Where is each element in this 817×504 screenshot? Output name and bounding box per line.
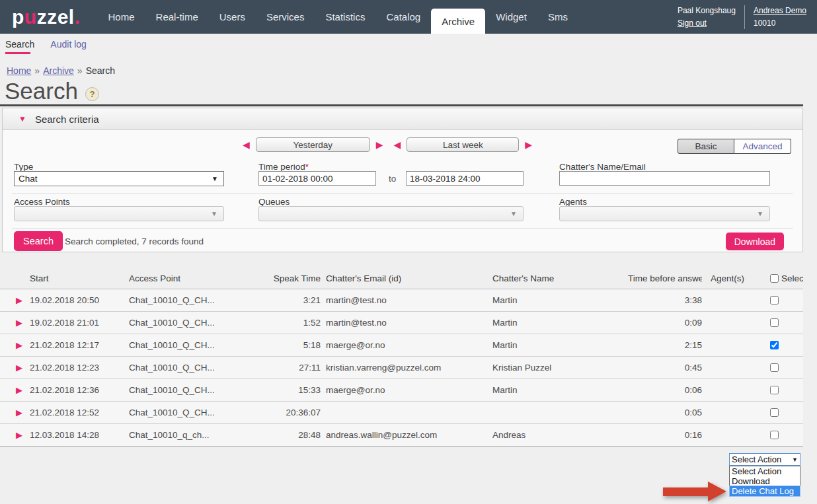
play-icon[interactable]: ▶ bbox=[16, 408, 22, 417]
select-action-menu: Select Action Download Delete Chat Log bbox=[729, 466, 800, 497]
menu-item-catalog[interactable]: Catalog bbox=[375, 0, 431, 34]
table-row: ▶ 21.02.2018 12:52 Chat_10010_Q_CH... 20… bbox=[0, 402, 803, 424]
cell-chatter-name: Kristian Puzzel bbox=[492, 363, 628, 373]
menu-item-home[interactable]: Home bbox=[98, 0, 145, 34]
cell-access-point: Chat_10010_Q_CH... bbox=[129, 295, 271, 305]
menu-item-sms[interactable]: Sms bbox=[537, 0, 578, 34]
cell-access-point: Chat_10010_Q_CH... bbox=[129, 340, 271, 350]
arrow-head bbox=[708, 482, 726, 501]
puzzel-logo[interactable]: puzzel. bbox=[12, 6, 81, 28]
menu-option-download[interactable]: Download bbox=[730, 476, 800, 486]
cell-start: 21.02.2018 12:17 bbox=[30, 340, 129, 350]
cell-start: 21.02.2018 12:36 bbox=[30, 385, 129, 395]
tab-audit-log[interactable]: Audit log bbox=[50, 39, 86, 50]
search-criteria-header[interactable]: ▼ Search criteria bbox=[3, 108, 802, 130]
header-access-point: Access Point bbox=[129, 273, 271, 283]
row-select-checkbox[interactable] bbox=[770, 408, 779, 417]
play-icon[interactable]: ▶ bbox=[16, 385, 22, 395]
row-select-checkbox[interactable] bbox=[770, 363, 779, 372]
account-name-link[interactable]: Andreas Demo bbox=[754, 5, 806, 17]
yesterday-button[interactable]: Yesterday bbox=[256, 137, 370, 152]
user-divider bbox=[744, 5, 745, 29]
menu-item-realtime[interactable]: Real-time bbox=[145, 0, 209, 34]
menu-item-archive[interactable]: Archive bbox=[431, 9, 485, 34]
cell-chatter-email: maerge@or.no bbox=[321, 340, 492, 350]
play-cell[interactable]: ▶ bbox=[0, 340, 30, 350]
breadcrumb-archive-link[interactable]: Archive bbox=[43, 65, 74, 76]
cell-chatter-email: martin@test.no bbox=[321, 318, 492, 328]
menu-item-users[interactable]: Users bbox=[209, 0, 256, 34]
select-action-dropdown[interactable]: Select Action ▼ bbox=[729, 453, 800, 466]
type-select[interactable]: Chat ▼ bbox=[14, 171, 224, 186]
play-icon[interactable]: ▶ bbox=[16, 295, 22, 305]
time-from-input[interactable] bbox=[258, 171, 376, 186]
menu-option-delete-chat-log[interactable]: Delete Chat Log bbox=[730, 486, 800, 496]
prev-week-icon[interactable]: ◀ bbox=[394, 140, 401, 149]
chevron-down-icon: ▼ bbox=[212, 175, 218, 182]
cell-speak-time: 15:33 bbox=[271, 385, 321, 395]
menu-item-widget[interactable]: Widget bbox=[485, 0, 537, 34]
menu-item-statistics[interactable]: Statistics bbox=[315, 0, 375, 34]
select-all-checkbox[interactable] bbox=[770, 274, 779, 283]
table-header-row: Start Access Point Speak Time Chatter's … bbox=[0, 268, 803, 289]
breadcrumb-home-link[interactable]: Home bbox=[7, 65, 31, 76]
logo-part: . bbox=[75, 6, 81, 28]
agents-select[interactable]: ▼ bbox=[559, 206, 770, 221]
advanced-button[interactable]: Advanced bbox=[734, 139, 791, 154]
play-cell[interactable]: ▶ bbox=[0, 363, 30, 373]
play-cell[interactable]: ▶ bbox=[0, 318, 30, 328]
tab-search[interactable]: Search bbox=[5, 39, 34, 50]
play-cell[interactable]: ▶ bbox=[0, 408, 30, 417]
chatter-input[interactable] bbox=[559, 171, 770, 186]
row-select-checkbox[interactable] bbox=[770, 296, 779, 305]
cell-select bbox=[770, 386, 803, 394]
user-block: Paal Kongshaug Sign out Andreas Demo 100… bbox=[678, 5, 806, 29]
last-week-button[interactable]: Last week bbox=[407, 137, 519, 152]
basic-button[interactable]: Basic bbox=[678, 139, 734, 154]
download-button[interactable]: Download bbox=[726, 233, 784, 250]
menu-option-select-action[interactable]: Select Action bbox=[730, 466, 800, 476]
page-title-text: Search bbox=[5, 78, 78, 104]
row-select-checkbox[interactable] bbox=[770, 386, 779, 394]
table-row: ▶ 12.03.2018 14:28 Chat_10010_q_ch... 28… bbox=[0, 424, 803, 447]
play-icon[interactable]: ▶ bbox=[16, 340, 22, 350]
search-button[interactable]: Search bbox=[14, 231, 63, 251]
time-period-label-text: Time period bbox=[258, 162, 305, 172]
time-to-input[interactable] bbox=[406, 171, 524, 186]
cell-time-before-answer: 0:05 bbox=[628, 408, 702, 417]
menu-item-services[interactable]: Services bbox=[256, 0, 315, 34]
row-select-checkbox[interactable] bbox=[770, 318, 779, 327]
cell-access-point: Chat_10010_Q_CH... bbox=[129, 363, 271, 373]
table-row: ▶ 19.02.2018 21:01 Chat_10010_Q_CH... 1:… bbox=[0, 312, 803, 334]
play-icon[interactable]: ▶ bbox=[16, 430, 22, 440]
sign-out-link[interactable]: Sign out bbox=[678, 17, 736, 30]
help-icon[interactable]: ? bbox=[85, 87, 99, 101]
row-select-checkbox[interactable] bbox=[770, 341, 779, 349]
arrow-shaft bbox=[663, 487, 708, 496]
queues-select[interactable]: ▼ bbox=[258, 206, 524, 221]
cell-access-point: Chat_10010_q_ch... bbox=[129, 430, 271, 440]
cell-start: 19.02.2018 21:01 bbox=[30, 318, 129, 328]
select-label: Select bbox=[781, 273, 803, 283]
cell-chatter-email: kristian.varreng@puzzel.com bbox=[321, 363, 492, 373]
cell-chatter-name: Martin bbox=[492, 295, 628, 305]
play-icon[interactable]: ▶ bbox=[16, 363, 22, 373]
cell-speak-time: 20:36:07 bbox=[271, 408, 321, 417]
play-cell[interactable]: ▶ bbox=[0, 295, 30, 305]
cell-time-before-answer: 0:06 bbox=[628, 385, 702, 395]
next-week-icon[interactable]: ▶ bbox=[525, 140, 532, 149]
access-points-select[interactable]: ▼ bbox=[14, 206, 224, 221]
play-icon[interactable]: ▶ bbox=[16, 318, 22, 328]
panel-separator bbox=[12, 193, 793, 194]
chatter-label: Chatter's Name/Email bbox=[559, 162, 646, 172]
next-day-icon[interactable]: ▶ bbox=[376, 140, 383, 149]
access-points-label: Access Points bbox=[14, 197, 70, 207]
play-cell[interactable]: ▶ bbox=[0, 385, 30, 395]
header-agents: Agent(s) bbox=[702, 273, 770, 283]
header-chatter-email: Chatter's Email (id) bbox=[321, 273, 492, 283]
chevron-down-icon: ▼ bbox=[792, 456, 798, 463]
cell-access-point: Chat_10010_Q_CH... bbox=[129, 385, 271, 395]
prev-day-icon[interactable]: ◀ bbox=[243, 140, 250, 149]
row-select-checkbox[interactable] bbox=[770, 431, 779, 439]
play-cell[interactable]: ▶ bbox=[0, 430, 30, 440]
